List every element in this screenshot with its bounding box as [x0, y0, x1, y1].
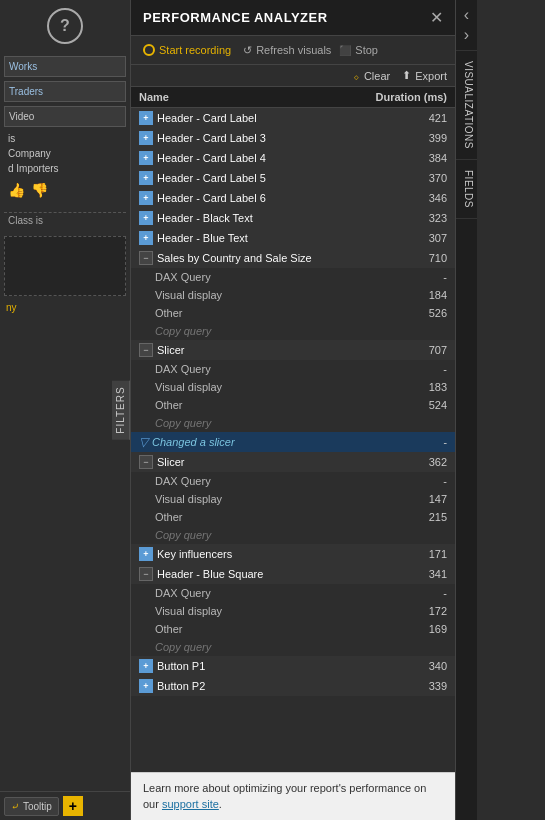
list-item[interactable]: + Key influencers 171	[131, 544, 455, 564]
sub-row-duration: 147	[407, 493, 447, 505]
list-item[interactable]: + Button P1 340	[131, 656, 455, 676]
row-label: Header - Card Label 6	[157, 192, 266, 204]
changed-slicer-label: Changed a slicer	[152, 436, 235, 448]
collapse-icon[interactable]: −	[139, 343, 153, 357]
expand-icon[interactable]: +	[139, 171, 153, 185]
sub-row-duration: -	[407, 271, 447, 283]
filters-tab[interactable]: FILTERS	[112, 380, 130, 439]
row-label: Header - Card Label 4	[157, 152, 266, 164]
start-recording-button[interactable]: Start recording	[139, 42, 235, 58]
support-site-link[interactable]: support site	[162, 798, 219, 810]
changed-slicer-duration: -	[407, 436, 447, 448]
sub-row-label: DAX Query	[155, 475, 211, 487]
thumbs-up-icon[interactable]: 👍	[8, 182, 25, 198]
sub-row-duration: -	[407, 363, 447, 375]
panel-footer: Learn more about optimizing your report'…	[131, 772, 455, 820]
row-duration: 362	[407, 456, 447, 468]
sub-row-label: Other	[155, 623, 183, 635]
thumbs-down-icon[interactable]: 👎	[31, 182, 48, 198]
refresh-visuals-button[interactable]: ↺ Refresh visuals	[243, 44, 331, 57]
list-item[interactable]: + Header - Card Label 421	[131, 108, 455, 128]
expand-icon[interactable]: +	[139, 679, 153, 693]
refresh-visuals-label: Refresh visuals	[256, 44, 331, 56]
list-item-sub: Visual display 184	[131, 286, 455, 304]
expand-icon[interactable]: +	[139, 151, 153, 165]
sub-row-label: Other	[155, 511, 183, 523]
list-item[interactable]: + Header - Card Label 6 346	[131, 188, 455, 208]
list-item-sub: Other 526	[131, 304, 455, 322]
list-item[interactable]: − Slicer 362	[131, 452, 455, 472]
tooltip-button[interactable]: ⤶ Tooltip	[4, 797, 59, 816]
copy-query-item[interactable]: Copy query	[131, 638, 455, 656]
expand-icon[interactable]: +	[139, 659, 153, 673]
copy-query-item[interactable]: Copy query	[131, 526, 455, 544]
tooltip-label: Tooltip	[23, 801, 52, 812]
row-label: Header - Card Label 3	[157, 132, 266, 144]
row-duration: 384	[407, 152, 447, 164]
record-icon	[143, 44, 155, 56]
nav-arrows: ‹ ›	[456, 0, 477, 51]
row-label: Key influencers	[157, 548, 232, 560]
sub-row-label: Other	[155, 399, 183, 411]
add-page-button[interactable]: +	[63, 796, 83, 816]
list-item[interactable]: + Header - Card Label 4 384	[131, 148, 455, 168]
canvas-item: Works	[4, 56, 126, 77]
list-item-sub: Other 524	[131, 396, 455, 414]
list-item-sub: Visual display 183	[131, 378, 455, 396]
nav-back-icon[interactable]: ‹	[464, 6, 469, 24]
sub-row-label: DAX Query	[155, 271, 211, 283]
visualizations-tab[interactable]: VISUALIZATIONS	[456, 51, 477, 160]
sub-row-label: Visual display	[155, 381, 222, 393]
list-item[interactable]: + Header - Blue Text 307	[131, 228, 455, 248]
row-duration: 710	[407, 252, 447, 264]
stop-button[interactable]: ⬛ Stop	[339, 44, 378, 56]
list-item[interactable]: − Sales by Country and Sale Size 710	[131, 248, 455, 268]
stop-icon: ⬛	[339, 45, 351, 56]
help-icon[interactable]: ?	[47, 8, 83, 44]
row-label: Header - Card Label 5	[157, 172, 266, 184]
list-item[interactable]: + Header - Card Label 3 399	[131, 128, 455, 148]
row-duration: 421	[407, 112, 447, 124]
start-recording-label: Start recording	[159, 44, 231, 56]
thumbs-area: 👍 👎	[4, 176, 126, 204]
copy-query-item[interactable]: Copy query	[131, 322, 455, 340]
yellow-label: ny	[4, 300, 126, 315]
help-area: ?	[0, 0, 130, 52]
copy-query-item[interactable]: Copy query	[131, 414, 455, 432]
list-item-sub: DAX Query -	[131, 360, 455, 378]
row-label: Slicer	[157, 456, 185, 468]
export-button[interactable]: ⬆ Export	[402, 69, 447, 82]
changed-slicer-item: ▽ Changed a slicer -	[131, 432, 455, 452]
collapse-icon[interactable]: −	[139, 251, 153, 265]
performance-analyzer-panel: PERFORMANCE ANALYZER ✕ Start recording ↺…	[130, 0, 455, 820]
nav-forward-icon[interactable]: ›	[464, 26, 469, 44]
fields-tab[interactable]: FIELDS	[456, 160, 477, 219]
copy-query-label: Copy query	[155, 641, 211, 653]
chart-area	[4, 236, 126, 296]
performance-list[interactable]: + Header - Card Label 421 + Header - Car…	[131, 108, 455, 772]
expand-icon[interactable]: +	[139, 191, 153, 205]
expand-icon[interactable]: +	[139, 111, 153, 125]
clear-button[interactable]: ⬦ Clear	[353, 70, 390, 82]
table-header: Name Duration (ms)	[131, 87, 455, 108]
collapse-icon[interactable]: −	[139, 455, 153, 469]
panel-actions: ⬦ Clear ⬆ Export	[131, 65, 455, 87]
sub-row-label: DAX Query	[155, 587, 211, 599]
col-duration-header: Duration (ms)	[376, 91, 448, 103]
collapse-icon[interactable]: −	[139, 567, 153, 581]
list-item-sub: Other 169	[131, 620, 455, 638]
expand-icon[interactable]: +	[139, 211, 153, 225]
expand-icon[interactable]: +	[139, 231, 153, 245]
list-item[interactable]: + Button P2 339	[131, 676, 455, 696]
tooltip-icon: ⤶	[11, 801, 19, 812]
list-item[interactable]: + Header - Card Label 5 370	[131, 168, 455, 188]
close-button[interactable]: ✕	[430, 8, 443, 27]
list-item[interactable]: + Header - Black Text 323	[131, 208, 455, 228]
row-label: Header - Blue Text	[157, 232, 248, 244]
clear-icon: ⬦	[353, 70, 360, 82]
list-item[interactable]: − Header - Blue Square 341	[131, 564, 455, 584]
list-item[interactable]: − Slicer 707	[131, 340, 455, 360]
row-duration: 323	[407, 212, 447, 224]
expand-icon[interactable]: +	[139, 547, 153, 561]
expand-icon[interactable]: +	[139, 131, 153, 145]
